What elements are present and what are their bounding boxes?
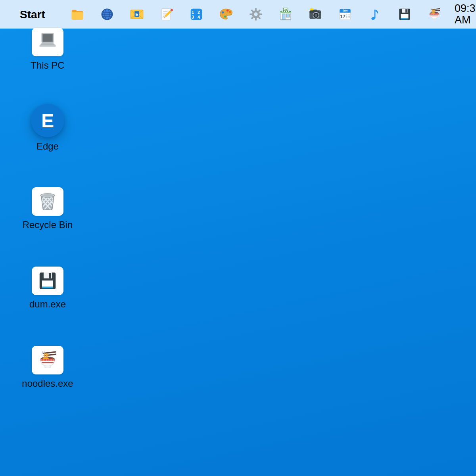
steaming-bowl-icon xyxy=(36,349,59,371)
numbers-row2: 3 4 xyxy=(192,15,201,19)
desktop-icon-label: Recycle Bin xyxy=(23,219,73,230)
globe-icon xyxy=(100,7,115,22)
start-button[interactable]: Start xyxy=(20,8,45,21)
convenience-store-icon: 24 xyxy=(278,7,293,22)
taskbar-item-memo[interactable] xyxy=(159,7,174,22)
gear-icon xyxy=(248,7,263,22)
edge-letter: E xyxy=(41,110,54,132)
input-numbers-icon: 1 2 3 4 xyxy=(189,7,204,22)
taskbar-clock: 09:3 AM xyxy=(455,3,476,26)
icon-tile xyxy=(32,187,63,216)
taskbar-item-floppy[interactable] xyxy=(397,7,412,22)
taskbar-item-folder[interactable] xyxy=(70,7,85,22)
palette-icon xyxy=(219,7,234,22)
email-letter: E xyxy=(135,12,138,17)
floppy-disk-icon xyxy=(36,270,59,292)
folder-icon xyxy=(70,7,85,22)
desktop-icon-this-pc[interactable]: This PC xyxy=(16,28,79,71)
memo-icon xyxy=(159,7,174,22)
icon-tile xyxy=(32,346,63,374)
taskbar-item-palette[interactable] xyxy=(219,7,234,22)
steaming-bowl-icon xyxy=(427,7,442,22)
taskbar-item-camera[interactable] xyxy=(308,7,323,22)
clock-time: 09:3 xyxy=(455,3,476,14)
music-note-icon xyxy=(367,7,382,22)
desktop-icon-noodles-exe[interactable]: noodles.exe xyxy=(16,346,79,389)
icon-tile xyxy=(32,267,63,295)
taskbar: Start xyxy=(0,0,476,29)
camera-flash-icon xyxy=(308,7,323,22)
numbers-row1: 1 2 xyxy=(192,10,201,15)
desktop-icon-label: Edge xyxy=(36,141,59,152)
clock-meridiem: AM xyxy=(455,14,476,26)
calendar-month-text: July xyxy=(343,9,348,12)
taskbar-item-calendar[interactable]: July 17 xyxy=(338,7,353,22)
taskbar-item-noodles[interactable] xyxy=(427,7,442,22)
taskbar-item-store[interactable]: 24 xyxy=(278,7,293,22)
taskbar-item-input-numbers[interactable]: 1 2 3 4 xyxy=(189,7,204,22)
desktop-icon-edge[interactable]: E Edge xyxy=(16,104,79,152)
taskbar-item-gear[interactable] xyxy=(248,7,263,22)
desktop-icon-label: dum.exe xyxy=(29,299,66,310)
desktop-icon-recycle-bin[interactable]: Recycle Bin xyxy=(16,187,79,230)
laptop-icon xyxy=(36,31,59,53)
taskbar-item-globe[interactable] xyxy=(100,7,115,22)
taskbar-item-email[interactable]: E xyxy=(129,7,144,22)
email-icon: E xyxy=(129,7,144,22)
store-sign-text: 24 xyxy=(284,8,287,11)
edge-icon: E xyxy=(31,104,64,137)
calendar-icon: July 17 xyxy=(338,7,353,22)
calendar-day-text: 17 xyxy=(340,14,345,19)
desktop-icon-label: This PC xyxy=(31,60,64,71)
icon-tile xyxy=(32,28,63,56)
desktop-icon-label: noodles.exe xyxy=(22,378,73,389)
wastebasket-icon xyxy=(36,190,59,213)
floppy-disk-icon xyxy=(397,7,412,22)
taskbar-icon-row: E xyxy=(70,0,442,29)
desktop-icon-dum-exe[interactable]: dum.exe xyxy=(16,267,79,310)
taskbar-item-music[interactable] xyxy=(367,7,382,22)
